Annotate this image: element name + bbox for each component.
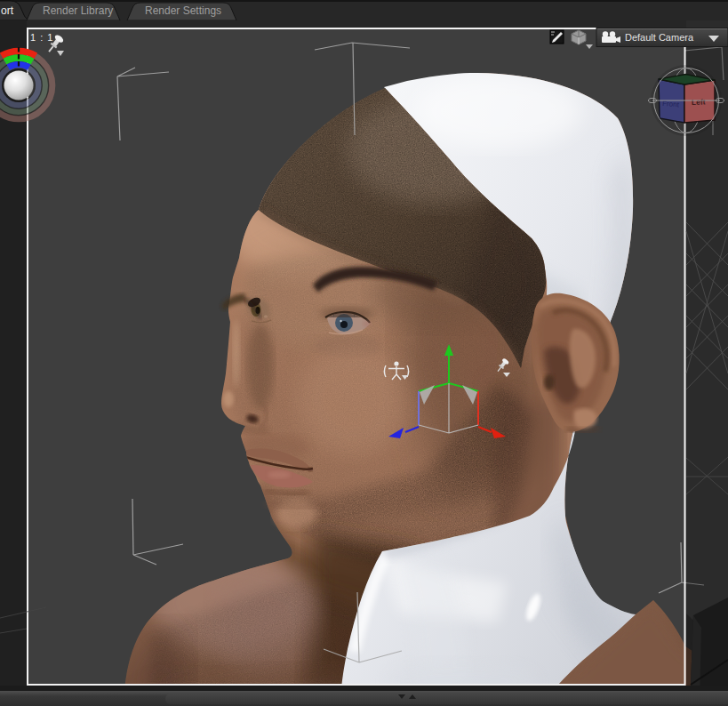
svg-text:Front: Front (662, 100, 680, 108)
svg-text:Left: Left (692, 97, 706, 107)
svg-text:ort: ort (1, 4, 14, 17)
svg-text:Render Settings: Render Settings (145, 4, 221, 17)
svg-text:Default Camera: Default Camera (625, 32, 694, 43)
svg-text:Render Library: Render Library (43, 4, 113, 17)
